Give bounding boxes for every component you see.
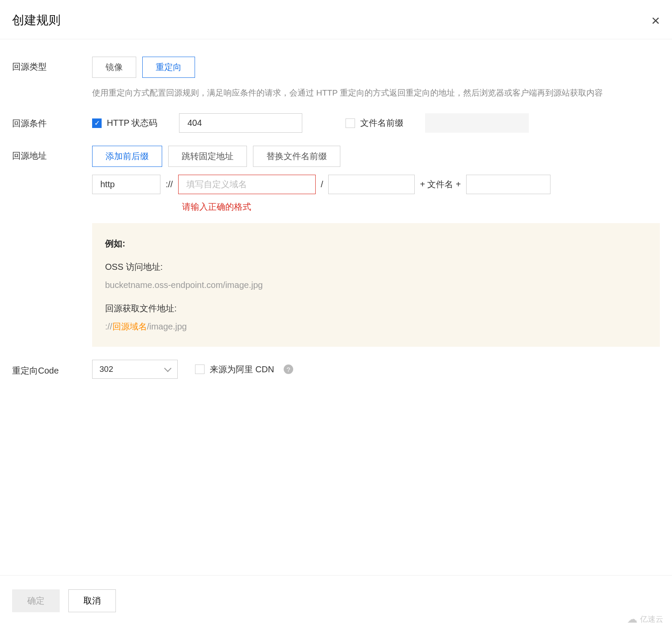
separator-slash: /: [319, 179, 325, 189]
file-prefix-checkbox-label: 文件名前缀: [360, 117, 403, 129]
checkbox-unchecked-icon: [346, 118, 355, 128]
chevron-down-icon: [164, 365, 172, 372]
example-title: 例如:: [105, 234, 647, 253]
domain-input[interactable]: [178, 175, 316, 194]
watermark-text: 亿速云: [640, 614, 663, 624]
path1-input[interactable]: [328, 175, 415, 194]
http-code-checkbox-label: HTTP 状态码: [107, 117, 157, 129]
help-icon[interactable]: ?: [284, 364, 293, 374]
example-line2-label: 回源获取文件地址:: [105, 299, 647, 317]
dialog-footer: 确定 取消: [0, 575, 672, 633]
file-prefix-checkbox[interactable]: 文件名前缀: [346, 117, 403, 129]
redirect-code-row: 重定向Code 302 来源为阿里 CDN ?: [12, 360, 660, 379]
tab-replace-prefix[interactable]: 替换文件名前缀: [253, 146, 340, 167]
separator-filename: + 文件名 +: [418, 179, 462, 190]
separator-scheme: ://: [164, 179, 175, 189]
example-box: 例如: OSS 访问地址: bucketname.oss-endpoint.co…: [92, 223, 660, 347]
scheme-input[interactable]: [92, 175, 160, 194]
dialog-title: 创建规则: [12, 12, 61, 29]
close-icon[interactable]: ×: [651, 13, 660, 28]
redirect-code-label: 重定向Code: [12, 360, 92, 377]
watermark: ☁ 亿速云: [627, 613, 663, 625]
source-type-help-text: 使用重定向方式配置回源规则，满足响应条件的请求，会通过 HTTP 重定向的方式返…: [92, 86, 637, 100]
redirect-code-value: 302: [99, 364, 113, 374]
source-type-label: 回源类型: [12, 57, 92, 73]
cancel-button[interactable]: 取消: [68, 589, 116, 612]
example-line1-value: bucketname.oss-endpoint.com/image.jpg: [105, 276, 647, 294]
source-address-row: 回源地址 添加前后缀 跳转固定地址 替换文件名前缀 :// / + 文件名 + …: [12, 146, 660, 347]
http-code-checkbox[interactable]: ✓ HTTP 状态码: [92, 117, 157, 129]
source-address-label: 回源地址: [12, 146, 92, 162]
http-code-input[interactable]: [179, 113, 302, 133]
checkbox-unchecked-icon: [195, 364, 205, 374]
cdn-checkbox-label: 来源为阿里 CDN: [210, 364, 274, 375]
checkbox-checked-icon: ✓: [92, 118, 102, 128]
example-line2-value: ://回源域名/image.jpg: [105, 317, 647, 336]
tab-jump-fixed[interactable]: 跳转固定地址: [168, 146, 247, 167]
cloud-icon: ☁: [627, 613, 637, 625]
tab-add-prefix-suffix[interactable]: 添加前后缀: [92, 146, 162, 167]
cdn-checkbox[interactable]: 来源为阿里 CDN ?: [195, 364, 293, 375]
source-condition-label: 回源条件: [12, 113, 92, 129]
ok-button[interactable]: 确定: [12, 589, 60, 612]
source-type-redirect-button[interactable]: 重定向: [142, 57, 195, 78]
domain-error-message: 请输入正确的格式: [182, 201, 660, 213]
source-type-mirror-button[interactable]: 镜像: [92, 57, 136, 78]
example-line1-label: OSS 访问地址:: [105, 258, 647, 276]
path2-input[interactable]: [466, 175, 550, 194]
redirect-code-select[interactable]: 302: [92, 360, 178, 379]
file-prefix-input: [425, 113, 529, 133]
source-condition-row: 回源条件 ✓ HTTP 状态码 文件名前缀: [12, 113, 660, 133]
source-type-row: 回源类型 镜像 重定向 使用重定向方式配置回源规则，满足响应条件的请求，会通过 …: [12, 57, 660, 100]
